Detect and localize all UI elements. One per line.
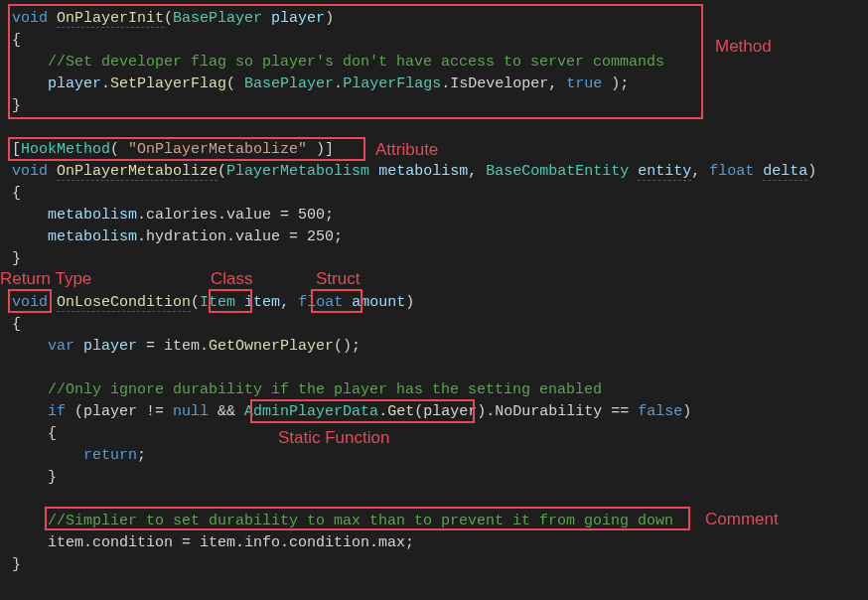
code-line: void OnLoseCondition(Item item, float am… [12, 292, 856, 314]
annotation-box-static-function [250, 399, 475, 423]
method-name: OnPlayerMetabolize [57, 163, 217, 181]
code-line [12, 270, 856, 292]
code-line: } [12, 554, 856, 576]
code-line: metabolism.hydration.value = 250; [12, 226, 856, 248]
code-line: //Only ignore durability if the player h… [12, 379, 856, 401]
annotation-box-comment [45, 507, 690, 530]
code-line [12, 358, 856, 379]
code-line: { [12, 183, 856, 205]
annotation-label-attribute: Attribute [375, 139, 438, 161]
annotation-label-method: Method [715, 36, 772, 58]
code-line: return; [12, 445, 856, 467]
annotation-box-class [209, 289, 252, 313]
annotation-label-static-function: Static Function [278, 427, 389, 449]
annotation-label-class: Class [211, 268, 253, 290]
annotation-box-method [8, 4, 703, 119]
annotation-label-comment: Comment [705, 509, 779, 530]
code-line: var player = item.GetOwnerPlayer(); [12, 336, 856, 358]
method-name: OnLoseCondition [57, 294, 191, 312]
annotation-label-struct: Struct [316, 268, 360, 290]
comment: //Only ignore durability if the player h… [48, 381, 602, 398]
code-line: void OnPlayerMetabolize(PlayerMetabolism… [12, 161, 856, 183]
annotation-box-struct [311, 289, 362, 313]
annotation-box-return-type [8, 289, 52, 313]
annotation-label-return-type: Return Type [0, 268, 91, 290]
code-line: item.condition = item.info.condition.max… [12, 532, 856, 554]
code-line: metabolism.calories.value = 500; [12, 205, 856, 226]
code-line: } [12, 248, 856, 270]
annotation-box-attribute [8, 137, 365, 161]
code-line: } [12, 467, 856, 489]
code-line [12, 117, 856, 139]
code-line: { [12, 314, 856, 336]
code-line: { [12, 423, 856, 445]
